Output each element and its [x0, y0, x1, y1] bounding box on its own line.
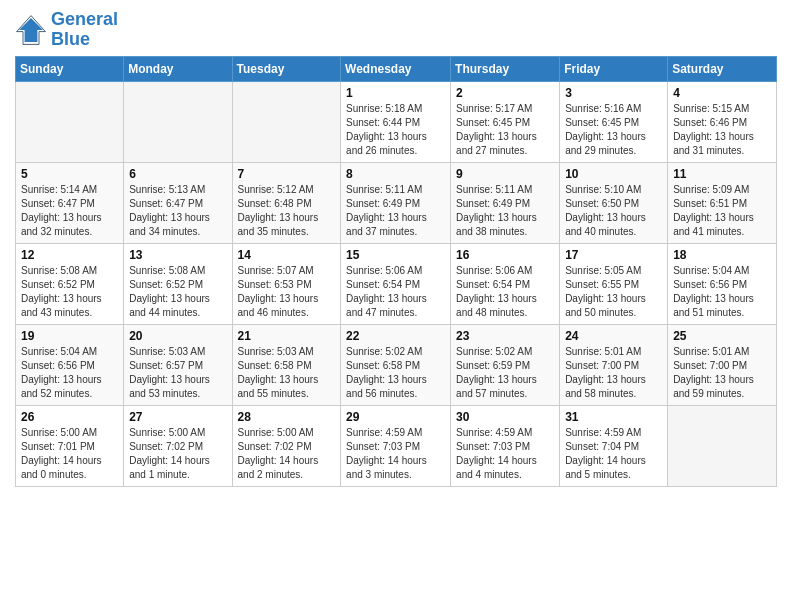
day-number: 16: [456, 248, 554, 262]
weekday-header: Saturday: [668, 56, 777, 81]
day-number: 7: [238, 167, 336, 181]
day-info: Sunrise: 5:03 AM Sunset: 6:58 PM Dayligh…: [238, 345, 336, 401]
day-info: Sunrise: 5:01 AM Sunset: 7:00 PM Dayligh…: [673, 345, 771, 401]
calendar-cell: 24Sunrise: 5:01 AM Sunset: 7:00 PM Dayli…: [560, 324, 668, 405]
calendar-cell: 10Sunrise: 5:10 AM Sunset: 6:50 PM Dayli…: [560, 162, 668, 243]
day-info: Sunrise: 4:59 AM Sunset: 7:03 PM Dayligh…: [346, 426, 445, 482]
day-number: 24: [565, 329, 662, 343]
day-number: 22: [346, 329, 445, 343]
day-info: Sunrise: 5:06 AM Sunset: 6:54 PM Dayligh…: [456, 264, 554, 320]
day-number: 6: [129, 167, 226, 181]
day-info: Sunrise: 4:59 AM Sunset: 7:03 PM Dayligh…: [456, 426, 554, 482]
logo-icon: [15, 14, 47, 46]
day-number: 30: [456, 410, 554, 424]
calendar-cell: 7Sunrise: 5:12 AM Sunset: 6:48 PM Daylig…: [232, 162, 341, 243]
weekday-header: Sunday: [16, 56, 124, 81]
day-info: Sunrise: 5:18 AM Sunset: 6:44 PM Dayligh…: [346, 102, 445, 158]
calendar-cell: 21Sunrise: 5:03 AM Sunset: 6:58 PM Dayli…: [232, 324, 341, 405]
calendar-cell: 31Sunrise: 4:59 AM Sunset: 7:04 PM Dayli…: [560, 405, 668, 486]
day-number: 29: [346, 410, 445, 424]
day-number: 25: [673, 329, 771, 343]
day-info: Sunrise: 5:11 AM Sunset: 6:49 PM Dayligh…: [456, 183, 554, 239]
day-info: Sunrise: 5:06 AM Sunset: 6:54 PM Dayligh…: [346, 264, 445, 320]
weekday-header: Monday: [124, 56, 232, 81]
calendar-cell: 5Sunrise: 5:14 AM Sunset: 6:47 PM Daylig…: [16, 162, 124, 243]
day-info: Sunrise: 5:08 AM Sunset: 6:52 PM Dayligh…: [21, 264, 118, 320]
calendar-cell: 4Sunrise: 5:15 AM Sunset: 6:46 PM Daylig…: [668, 81, 777, 162]
day-info: Sunrise: 5:04 AM Sunset: 6:56 PM Dayligh…: [21, 345, 118, 401]
day-number: 17: [565, 248, 662, 262]
calendar-cell: 17Sunrise: 5:05 AM Sunset: 6:55 PM Dayli…: [560, 243, 668, 324]
day-number: 5: [21, 167, 118, 181]
day-number: 11: [673, 167, 771, 181]
calendar-week-row: 1Sunrise: 5:18 AM Sunset: 6:44 PM Daylig…: [16, 81, 777, 162]
calendar-cell: 15Sunrise: 5:06 AM Sunset: 6:54 PM Dayli…: [341, 243, 451, 324]
day-number: 3: [565, 86, 662, 100]
day-info: Sunrise: 5:15 AM Sunset: 6:46 PM Dayligh…: [673, 102, 771, 158]
day-number: 9: [456, 167, 554, 181]
calendar-cell: 6Sunrise: 5:13 AM Sunset: 6:47 PM Daylig…: [124, 162, 232, 243]
day-number: 28: [238, 410, 336, 424]
calendar-cell: 20Sunrise: 5:03 AM Sunset: 6:57 PM Dayli…: [124, 324, 232, 405]
weekday-header: Tuesday: [232, 56, 341, 81]
calendar-cell: 12Sunrise: 5:08 AM Sunset: 6:52 PM Dayli…: [16, 243, 124, 324]
day-number: 21: [238, 329, 336, 343]
day-number: 20: [129, 329, 226, 343]
day-info: Sunrise: 5:04 AM Sunset: 6:56 PM Dayligh…: [673, 264, 771, 320]
calendar-week-row: 5Sunrise: 5:14 AM Sunset: 6:47 PM Daylig…: [16, 162, 777, 243]
day-number: 12: [21, 248, 118, 262]
calendar-week-row: 12Sunrise: 5:08 AM Sunset: 6:52 PM Dayli…: [16, 243, 777, 324]
calendar-cell: 22Sunrise: 5:02 AM Sunset: 6:58 PM Dayli…: [341, 324, 451, 405]
day-number: 18: [673, 248, 771, 262]
day-number: 8: [346, 167, 445, 181]
day-info: Sunrise: 5:08 AM Sunset: 6:52 PM Dayligh…: [129, 264, 226, 320]
day-number: 4: [673, 86, 771, 100]
day-info: Sunrise: 5:00 AM Sunset: 7:02 PM Dayligh…: [238, 426, 336, 482]
day-info: Sunrise: 5:09 AM Sunset: 6:51 PM Dayligh…: [673, 183, 771, 239]
weekday-header: Friday: [560, 56, 668, 81]
calendar-cell: 27Sunrise: 5:00 AM Sunset: 7:02 PM Dayli…: [124, 405, 232, 486]
calendar-cell: 1Sunrise: 5:18 AM Sunset: 6:44 PM Daylig…: [341, 81, 451, 162]
day-number: 2: [456, 86, 554, 100]
day-number: 31: [565, 410, 662, 424]
calendar-cell: [232, 81, 341, 162]
day-number: 27: [129, 410, 226, 424]
day-info: Sunrise: 5:12 AM Sunset: 6:48 PM Dayligh…: [238, 183, 336, 239]
day-info: Sunrise: 5:07 AM Sunset: 6:53 PM Dayligh…: [238, 264, 336, 320]
day-number: 26: [21, 410, 118, 424]
calendar-cell: 30Sunrise: 4:59 AM Sunset: 7:03 PM Dayli…: [451, 405, 560, 486]
day-number: 15: [346, 248, 445, 262]
day-info: Sunrise: 5:10 AM Sunset: 6:50 PM Dayligh…: [565, 183, 662, 239]
calendar-cell: 11Sunrise: 5:09 AM Sunset: 6:51 PM Dayli…: [668, 162, 777, 243]
calendar-cell: 23Sunrise: 5:02 AM Sunset: 6:59 PM Dayli…: [451, 324, 560, 405]
day-number: 10: [565, 167, 662, 181]
calendar-cell: 28Sunrise: 5:00 AM Sunset: 7:02 PM Dayli…: [232, 405, 341, 486]
calendar-cell: 18Sunrise: 5:04 AM Sunset: 6:56 PM Dayli…: [668, 243, 777, 324]
calendar-table: SundayMondayTuesdayWednesdayThursdayFrid…: [15, 56, 777, 487]
calendar-cell: 19Sunrise: 5:04 AM Sunset: 6:56 PM Dayli…: [16, 324, 124, 405]
calendar-cell: 26Sunrise: 5:00 AM Sunset: 7:01 PM Dayli…: [16, 405, 124, 486]
day-info: Sunrise: 5:02 AM Sunset: 6:58 PM Dayligh…: [346, 345, 445, 401]
day-info: Sunrise: 5:13 AM Sunset: 6:47 PM Dayligh…: [129, 183, 226, 239]
weekday-header: Thursday: [451, 56, 560, 81]
page-header: General Blue: [15, 10, 777, 50]
calendar-week-row: 26Sunrise: 5:00 AM Sunset: 7:01 PM Dayli…: [16, 405, 777, 486]
calendar-cell: 9Sunrise: 5:11 AM Sunset: 6:49 PM Daylig…: [451, 162, 560, 243]
day-info: Sunrise: 4:59 AM Sunset: 7:04 PM Dayligh…: [565, 426, 662, 482]
calendar-cell: 16Sunrise: 5:06 AM Sunset: 6:54 PM Dayli…: [451, 243, 560, 324]
calendar-cell: 8Sunrise: 5:11 AM Sunset: 6:49 PM Daylig…: [341, 162, 451, 243]
day-info: Sunrise: 5:00 AM Sunset: 7:02 PM Dayligh…: [129, 426, 226, 482]
day-number: 19: [21, 329, 118, 343]
day-info: Sunrise: 5:02 AM Sunset: 6:59 PM Dayligh…: [456, 345, 554, 401]
day-number: 13: [129, 248, 226, 262]
calendar-cell: 25Sunrise: 5:01 AM Sunset: 7:00 PM Dayli…: [668, 324, 777, 405]
calendar-week-row: 19Sunrise: 5:04 AM Sunset: 6:56 PM Dayli…: [16, 324, 777, 405]
calendar-cell: 29Sunrise: 4:59 AM Sunset: 7:03 PM Dayli…: [341, 405, 451, 486]
logo: General Blue: [15, 10, 118, 50]
day-number: 23: [456, 329, 554, 343]
day-number: 14: [238, 248, 336, 262]
day-info: Sunrise: 5:03 AM Sunset: 6:57 PM Dayligh…: [129, 345, 226, 401]
calendar-cell: 14Sunrise: 5:07 AM Sunset: 6:53 PM Dayli…: [232, 243, 341, 324]
logo-text: General Blue: [51, 10, 118, 50]
calendar-cell: 3Sunrise: 5:16 AM Sunset: 6:45 PM Daylig…: [560, 81, 668, 162]
